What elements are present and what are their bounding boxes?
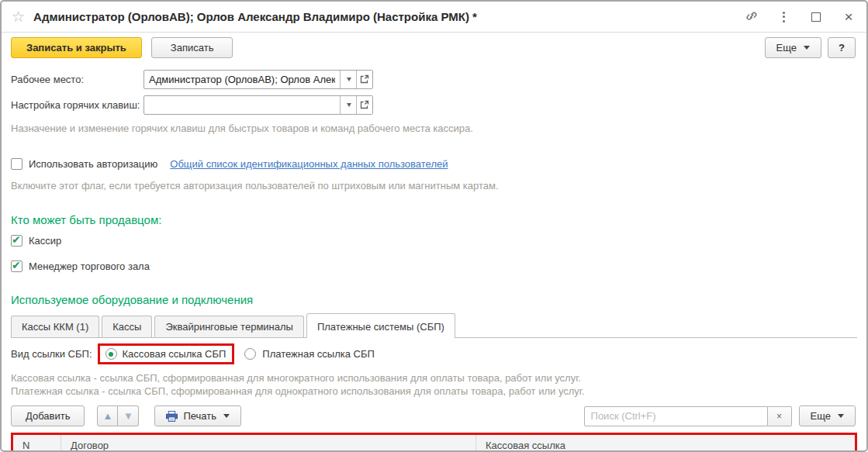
chevron-down-icon — [838, 414, 844, 418]
payment-link-radio[interactable] — [244, 348, 256, 360]
hotkeys-combo — [144, 95, 373, 115]
arrow-down-icon: ▼ — [123, 411, 133, 421]
list-more-button-label: Еще — [811, 410, 831, 422]
hotkeys-dropdown-button[interactable] — [340, 96, 356, 114]
seller-section-title: Кто может быть продавцом: — [11, 213, 857, 226]
seller-option-manager: Менеджер торгового зала — [11, 258, 857, 274]
column-header-dogovor[interactable]: Договор — [61, 435, 476, 452]
favorite-star-icon[interactable]: ☆ — [12, 9, 25, 24]
workplace-input[interactable] — [144, 71, 340, 88]
more-menu-icon[interactable] — [776, 10, 790, 24]
more-button[interactable]: Еще — [765, 37, 821, 58]
red-annotation-box-radio: Кассовая ссылка СБП — [98, 343, 235, 364]
save-button[interactable]: Записать — [151, 37, 233, 58]
cash-link-radio-label: Кассовая ссылка СБП — [123, 348, 227, 360]
workplace-field-row: Рабочее место: — [11, 69, 857, 89]
sbp-hint: Кассовая ссылка - ссылка СБП, сформирова… — [11, 371, 857, 398]
authorization-hint: Включите этот флаг, если требуется автор… — [11, 179, 857, 192]
hotkeys-field-row: Настройка горячих клавиш: — [11, 95, 857, 115]
workplace-dropdown-button[interactable] — [340, 71, 356, 88]
print-button[interactable]: Печать — [154, 405, 241, 426]
sbp-link-kind-row: Вид ссылки СБП: Кассовая ссылка СБП Плат… — [11, 343, 857, 364]
equipment-tab-strip: Кассы ККМ (1) Кассы Эквайринговые термин… — [11, 313, 857, 338]
tab-kassy-kkm[interactable]: Кассы ККМ (1) — [11, 316, 99, 337]
sbp-hint-line2: Платежная ссылка - ссылка СБП, сформиров… — [11, 385, 857, 398]
use-authorization-label: Использовать авторизацию — [29, 158, 157, 170]
sbp-hint-line1: Кассовая ссылка - ссылка СБП, сформирова… — [11, 371, 857, 385]
sbp-link-kind-label: Вид ссылки СБП: — [11, 348, 92, 360]
payment-link-radio-label: Платежная ссылка СБП — [262, 348, 375, 360]
hotkeys-open-button[interactable] — [356, 96, 372, 114]
printer-icon — [166, 411, 178, 422]
maximize-icon[interactable] — [809, 10, 823, 24]
cash-link-radio[interactable] — [105, 348, 117, 360]
command-bar: Записать и закрыть Записать Еще ? — [2, 33, 866, 62]
hotkeys-input[interactable] — [144, 96, 340, 114]
more-button-label: Еще — [776, 42, 797, 53]
manager-checkbox[interactable] — [11, 261, 22, 272]
manager-label: Менеджер торгового зала — [29, 261, 150, 272]
hotkeys-label: Настройка горячих клавиш: — [11, 99, 144, 111]
hotkeys-hint: Назначение и изменение горячих клавиш дл… — [11, 122, 857, 135]
identification-list-link[interactable]: Общий список идентификационных данных по… — [170, 158, 448, 170]
arrow-up-icon: ▲ — [103, 411, 113, 421]
window-title: Администратор (ОрловАВ); Орлов Александр… — [33, 10, 477, 23]
help-button[interactable]: ? — [828, 37, 856, 58]
seller-option-cashier: Кассир — [11, 233, 857, 248]
workplace-combo — [144, 70, 373, 89]
red-annotation-box-table: N Договор Кассовая ссылка — [11, 433, 857, 452]
workplace-label: Рабочее место: — [11, 74, 144, 85]
save-and-close-button[interactable]: Записать и закрыть — [11, 37, 142, 58]
settings-window: ☆ Администратор (ОрловАВ); Орлов Алексан… — [0, 0, 868, 452]
form-body: Рабочее место: Настройка горячих клавиш: — [2, 62, 866, 452]
search-clear-button[interactable]: × — [768, 406, 792, 426]
payment-link-option: Платежная ссылка СБП — [244, 348, 375, 360]
add-button[interactable]: Добавить — [11, 405, 85, 426]
table-header-row: N Договор Кассовая ссылка — [13, 435, 855, 452]
chevron-down-icon — [804, 46, 810, 50]
column-header-n[interactable]: N — [13, 435, 61, 452]
search-input[interactable] — [584, 406, 768, 426]
workplace-open-button[interactable] — [356, 71, 372, 88]
sbp-list-toolbar: Добавить ▲ ▼ Печать × Е — [11, 405, 857, 426]
get-link-icon[interactable] — [744, 10, 758, 24]
cashier-label: Кассир — [29, 235, 61, 247]
move-up-button[interactable]: ▲ — [97, 405, 118, 426]
tab-kassy[interactable]: Кассы — [102, 316, 152, 337]
move-down-button[interactable]: ▼ — [118, 405, 139, 426]
list-more-button[interactable]: Еще — [799, 405, 856, 426]
chevron-down-icon — [223, 414, 230, 418]
column-header-cash-link[interactable]: Кассовая ссылка — [476, 435, 855, 452]
tab-acquiring-terminals[interactable]: Эквайринговые терминалы — [154, 316, 304, 337]
authorization-row: Использовать авторизацию Общий список ид… — [11, 158, 857, 170]
print-button-label: Печать — [183, 410, 216, 422]
close-icon[interactable]: × — [842, 10, 856, 24]
cashier-checkbox[interactable] — [11, 235, 22, 247]
equipment-section-title: Используемое оборудование и подключения — [11, 293, 857, 306]
tab-payment-systems-sbp[interactable]: Платежные системы (СБП) — [306, 313, 455, 338]
title-bar: ☆ Администратор (ОрловАВ); Орлов Алексан… — [2, 2, 866, 33]
use-authorization-checkbox[interactable] — [11, 158, 22, 170]
